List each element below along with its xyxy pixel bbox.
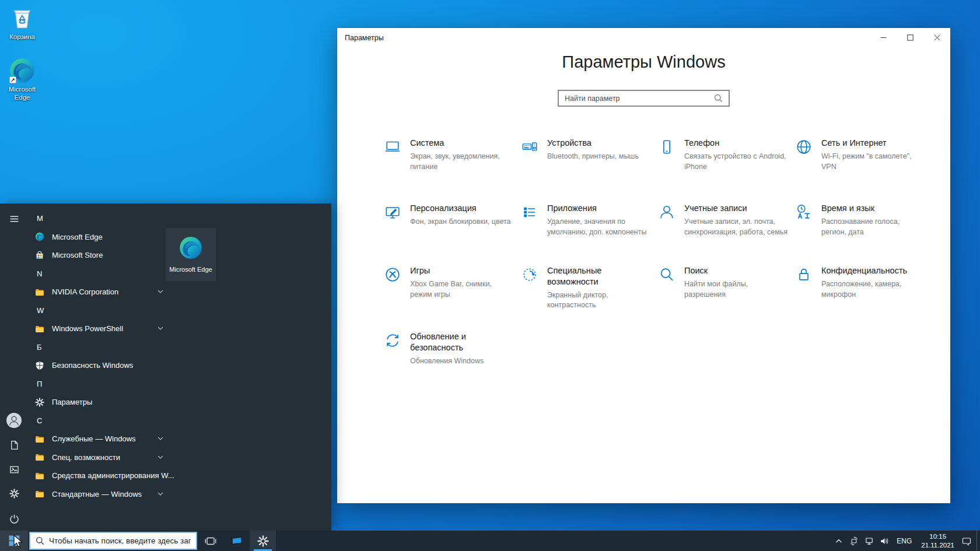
category-subtitle: Учетные записи, эл. почта, синхронизация… <box>684 217 789 238</box>
start-menu-app-item[interactable]: Служебные — Windows <box>28 430 174 448</box>
settings-search-input[interactable] <box>565 94 709 103</box>
minimize-button[interactable] <box>870 28 897 47</box>
chevron-down-icon[interactable] <box>158 327 163 331</box>
start-settings-button[interactable] <box>0 482 28 505</box>
desktop-icon-edge[interactable]: ↗ Microsoft Edge <box>0 57 44 102</box>
chevron-down-icon[interactable] <box>158 492 163 496</box>
app-label: Microsoft Edge <box>52 233 103 241</box>
category-title: Поиск <box>684 265 775 276</box>
clock-date: 21.11.2021 <box>921 541 954 550</box>
settings-category-gaming[interactable]: ИгрыXbox Game Bar, снимки, режим игры <box>384 265 514 331</box>
start-menu-app-item[interactable]: Стандартные — Windows <box>28 485 174 504</box>
settings-search-box[interactable] <box>558 90 730 107</box>
desktop-icon-recycle-bin[interactable]: Корзина <box>0 5 44 41</box>
search-icon <box>714 94 723 103</box>
chevron-down-icon[interactable] <box>158 455 163 459</box>
start-section-header[interactable]: N <box>28 265 174 283</box>
start-menu-app-item[interactable]: NVIDIA Corporation <box>28 283 174 301</box>
volume-tray-button[interactable] <box>877 531 892 551</box>
category-subtitle: Xbox Game Bar, снимки, режим игры <box>410 279 514 300</box>
devices-icon <box>521 138 538 156</box>
category-subtitle: Распознавание голоса, регион, дата <box>821 217 926 238</box>
start-menu-app-item[interactable]: Microsoft Store <box>28 246 174 265</box>
chevron-down-icon[interactable] <box>158 437 163 441</box>
start-pictures-button[interactable] <box>0 458 28 481</box>
close-button[interactable] <box>923 28 950 47</box>
start-section-header[interactable]: W <box>28 301 174 320</box>
app-label: Microsoft Store <box>52 251 103 259</box>
action-center-icon <box>962 536 971 546</box>
settings-category-system[interactable]: СистемаЭкран, звук, уведомления, питание <box>384 138 514 203</box>
gaming-icon <box>384 266 401 283</box>
category-subtitle: Экранный диктор, контрастность <box>547 290 652 311</box>
section-letter: С <box>35 416 42 425</box>
movies-tv-button[interactable] <box>223 531 250 551</box>
maximize-button[interactable] <box>897 28 923 47</box>
settings-category-access[interactable]: Специальные возможностиЭкранный диктор, … <box>521 265 652 331</box>
settings-category-time[interactable]: Время и языкРаспознавание голоса, регион… <box>795 203 926 265</box>
language-indicator[interactable]: ENG <box>892 537 916 545</box>
settings-category-apps[interactable]: ПриложенияУдаление, значения по умолчани… <box>521 203 652 265</box>
section-letter: П <box>35 380 42 388</box>
personalization-icon <box>384 203 401 221</box>
app-label: Спец. возможности <box>52 453 120 462</box>
category-title: Персонализация <box>410 203 501 214</box>
settings-category-phone[interactable]: ТелефонСвязать устройство с Android, iPh… <box>658 138 789 203</box>
start-documents-button[interactable] <box>0 433 28 457</box>
settings-category-grid: СистемаЭкран, звук, уведомления, питание… <box>384 138 932 366</box>
section-letter: M <box>35 214 43 223</box>
folder-icon <box>35 324 44 334</box>
task-view-button[interactable] <box>197 531 223 551</box>
start-menu-app-item[interactable]: Microsoft Edge <box>28 228 174 247</box>
category-subtitle: Обновления Windows <box>410 356 501 367</box>
settings-category-devices[interactable]: УстройстваBluetooth, принтеры, мышь <box>521 138 652 203</box>
settings-taskbar-button[interactable] <box>250 531 276 551</box>
app-label: Безопасность Windows <box>52 361 133 370</box>
settings-category-search[interactable]: ПоискНайти мои файлы, разрешения <box>658 265 789 331</box>
start-section-header[interactable]: П <box>28 375 174 394</box>
settings-category-update[interactable]: Обновление и безопасностьОбновления Wind… <box>384 331 514 366</box>
taskbar-search-box[interactable] <box>29 532 197 550</box>
app-label: Стандартные — Windows <box>52 490 142 499</box>
start-section-header[interactable]: M <box>28 209 174 228</box>
taskbar-search-input[interactable] <box>49 536 191 545</box>
folder-icon <box>35 452 44 462</box>
settings-category-accounts[interactable]: Учетные записиУчетные записи, эл. почта,… <box>658 203 789 265</box>
app-label: Параметры <box>52 398 92 406</box>
start-menu-app-item[interactable]: Безопасность Windows <box>28 356 174 375</box>
app-label: Средства администрирования W... <box>52 471 174 480</box>
start-power-button[interactable] <box>0 507 28 530</box>
network-icon <box>864 536 874 546</box>
start-menu-app-item[interactable]: Средства администрирования W... <box>28 466 174 485</box>
volume-icon <box>880 536 889 546</box>
network-tray-button[interactable] <box>862 531 877 551</box>
start-menu-app-item[interactable]: Параметры <box>28 393 174 412</box>
category-subtitle: Экран, звук, уведомления, питание <box>410 152 514 173</box>
start-expand-button[interactable] <box>0 207 28 230</box>
start-section-header[interactable]: Б <box>28 338 174 357</box>
settings-category-privacy[interactable]: КонфиденциальностьРасположение, камера, … <box>795 265 926 331</box>
display-sync-tray-button[interactable] <box>846 531 862 551</box>
settings-category-personalization[interactable]: ПерсонализацияФон, экран блокировки, цве… <box>384 203 514 265</box>
system-tray: ENG 10:15 21.11.2021 <box>831 531 980 551</box>
start-tile-edge[interactable]: Microsoft Edge <box>166 228 216 281</box>
search-icon <box>36 536 44 545</box>
category-subtitle: Bluetooth, принтеры, мышь <box>547 152 639 162</box>
chevron-down-icon[interactable] <box>158 290 163 294</box>
folder-icon <box>35 434 44 444</box>
settings-category-network[interactable]: Сеть и ИнтернетWi-Fi, режим "в самолете"… <box>795 138 926 203</box>
action-center-button[interactable] <box>959 531 974 551</box>
start-section-header[interactable]: С <box>28 412 174 430</box>
category-subtitle: Фон, экран блокировки, цвета <box>410 217 511 227</box>
start-menu-app-item[interactable]: Windows PowerShell <box>28 320 174 338</box>
pictures-icon <box>9 465 19 475</box>
hidden-icons-button[interactable] <box>831 531 846 551</box>
category-title: Обновление и безопасность <box>410 331 501 353</box>
start-menu-app-item[interactable]: Спец. возможности <box>28 448 174 467</box>
show-desktop-button[interactable] <box>977 531 980 551</box>
category-title: Сеть и Интернет <box>821 138 912 149</box>
section-letter: W <box>35 306 44 315</box>
start-user-button[interactable] <box>0 409 28 432</box>
clock[interactable]: 10:15 21.11.2021 <box>916 532 959 550</box>
chevron-up-icon <box>834 536 844 546</box>
